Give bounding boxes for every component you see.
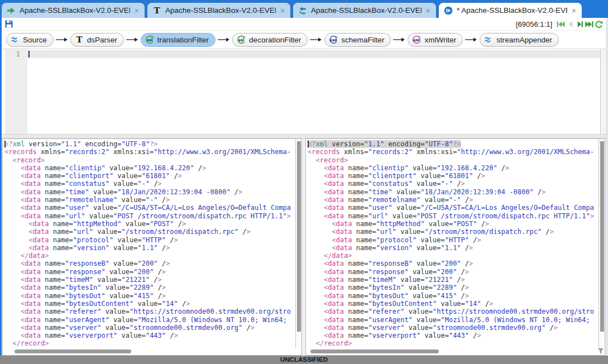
pipeline-element-dsParser[interactable]: TdsParser bbox=[70, 33, 124, 47]
output-horizontal-scrollbar[interactable] bbox=[306, 348, 598, 355]
line-number: 1 bbox=[5, 50, 20, 58]
scrollbar-thumb[interactable] bbox=[310, 349, 439, 353]
tab-close-button[interactable]: × bbox=[134, 6, 140, 15]
pipeline-element-schemaFilter[interactable]: xsdschemaFilter bbox=[324, 33, 391, 47]
main-frame: [69056:1:1] bbox=[0, 18, 608, 356]
xml-line: <data name="referer" value="https://stro… bbox=[308, 308, 598, 315]
tab-4[interactable]: * Apache-SSLBlackBox-V2.0-EVENTS× bbox=[438, 2, 582, 18]
xml-line: <data name="vserverport" value="443" /> bbox=[4, 332, 295, 339]
xml-line: <?xml version="1.1" encoding="UTF-8"?> bbox=[308, 140, 598, 148]
xml-line: <data name="protocol" value="HTTP" /> bbox=[4, 236, 295, 244]
svg-text:xsd: xsd bbox=[330, 38, 337, 42]
code-editor[interactable]: 1 bbox=[2, 49, 606, 134]
pipeline-icon bbox=[298, 6, 307, 15]
input-xml-panel[interactable]: <?xml version="1.1" encoding="UTF-8"?><r… bbox=[2, 138, 302, 356]
pipeline-link-arrow-icon bbox=[55, 37, 69, 42]
output-xml-code[interactable]: <?xml version="1.1" encoding="UTF-8"?><r… bbox=[308, 140, 598, 348]
save-icon bbox=[4, 20, 13, 28]
tab-close-button[interactable]: × bbox=[571, 6, 577, 15]
xml-line: <data name="bytesIn" value="2289" /> bbox=[4, 284, 295, 291]
svg-text:xsl: xsl bbox=[147, 38, 152, 42]
tab-close-button[interactable]: × bbox=[280, 6, 285, 15]
tab-close-button[interactable]: × bbox=[425, 6, 431, 15]
pipeline-link-arrow-icon bbox=[465, 37, 478, 42]
xml-line: <data name="protocol" value="HTTP" /> bbox=[308, 236, 598, 244]
xml-line: <data name="time" value="18/Jan/2020:12:… bbox=[4, 188, 295, 196]
xml-line: <records xmlns="records:2" xmlns:xsi="ht… bbox=[4, 148, 295, 156]
xml-line: <data name="bytesOut" value="415" /> bbox=[308, 292, 598, 300]
input-vertical-scrollbar[interactable] bbox=[295, 139, 301, 348]
editor-cursor bbox=[28, 51, 30, 58]
step-backward-button[interactable] bbox=[566, 20, 575, 28]
pipeline-link-arrow-icon bbox=[392, 37, 406, 42]
xml-line: <data name="constatus" value="-" /> bbox=[308, 180, 598, 188]
tab-3[interactable]: Apache-SSLBlackBox-V2.0-EVENTS× bbox=[293, 2, 437, 18]
scrollbar-thumb[interactable] bbox=[297, 141, 301, 332]
xml-line: <data name="url" value="POST /stroom/str… bbox=[4, 212, 295, 220]
pipeline-link-arrow-icon bbox=[309, 37, 323, 42]
xsl-icon: xsl bbox=[145, 35, 154, 44]
step-position-label: [69056:1:1] bbox=[516, 20, 552, 28]
xml-line: <data name="remotelname" value="-" /> bbox=[4, 196, 295, 204]
xml-line: <data name="user" value="/C=USA/ST=CA/L=… bbox=[308, 204, 598, 212]
pipeline-element-label: dsParser bbox=[87, 36, 117, 44]
svg-text:xml: xml bbox=[413, 38, 420, 42]
xml-line: <data name="bytesIn" value="2289" /> bbox=[308, 284, 598, 291]
scrollbar-thumb[interactable] bbox=[600, 141, 604, 332]
pipeline-element-streamAppender[interactable]: streamAppender bbox=[480, 33, 559, 47]
refresh-icon bbox=[595, 20, 603, 28]
pipeline-element-xmlWriter[interactable]: xmlxmlWriter bbox=[408, 33, 463, 47]
svg-text:T: T bbox=[154, 6, 160, 15]
step-last-button[interactable] bbox=[585, 20, 594, 28]
xml-line: <data name="time" value="18/Jan/2020:12:… bbox=[308, 188, 598, 196]
refresh-button[interactable] bbox=[595, 20, 604, 28]
pipeline-element-decorationFilter[interactable]: xsldecorationFilter bbox=[232, 33, 308, 47]
input-xml-code[interactable]: <?xml version="1.1" encoding="UTF-8"?><r… bbox=[4, 140, 295, 348]
output-vertical-scrollbar[interactable] bbox=[599, 139, 605, 348]
xsd-icon: xsd bbox=[329, 35, 338, 44]
xml-line: <data name="timeM" value="21221" /> bbox=[4, 276, 295, 284]
xml-line: <data name="clientip" value="192.168.4.2… bbox=[4, 164, 295, 172]
xml-line: <data name="httpMethod" value="POST" /> bbox=[308, 220, 598, 228]
xml-line: <data name="responseB" value="200" /> bbox=[4, 260, 295, 267]
text-converter-icon: T bbox=[152, 6, 161, 15]
xml-line: <data name="remotelname" value="-" /> bbox=[308, 196, 598, 204]
filter-button[interactable] bbox=[597, 348, 604, 355]
pipeline-element-label: decorationFilter bbox=[249, 36, 301, 44]
step-forward-icon bbox=[576, 20, 584, 28]
save-button[interactable] bbox=[4, 20, 13, 28]
io-panels: <?xml version="1.1" encoding="UTF-8"?><r… bbox=[2, 138, 606, 356]
xml-line: <?xml version="1.1" encoding="UTF-8"?> bbox=[4, 140, 295, 148]
xml-icon: xml bbox=[412, 35, 421, 44]
tab-label: Apache-SSLBlackBox-V2.0-EVENTS bbox=[165, 6, 276, 15]
pipeline-link-arrow-icon bbox=[217, 37, 231, 42]
pipeline-element-label: xmlWriter bbox=[424, 36, 456, 44]
step-forward-button[interactable] bbox=[576, 20, 585, 28]
xml-line: <data name="vserver" value="stroomnode00… bbox=[308, 324, 598, 332]
xml-line: <data name="responseB" value="200" /> bbox=[308, 260, 598, 267]
xsl-icon: xsl bbox=[237, 35, 246, 44]
editor-content[interactable] bbox=[27, 49, 606, 134]
step-backward-icon bbox=[566, 20, 575, 28]
svg-text:T: T bbox=[76, 35, 83, 44]
scrollbar-thumb[interactable] bbox=[15, 349, 131, 353]
stream-icon bbox=[484, 35, 493, 44]
pipeline-element-translationFilter[interactable]: xsltranslationFilter bbox=[141, 33, 216, 47]
xml-line: <data name="response" value="200" /> bbox=[4, 268, 295, 276]
xml-line: </record> bbox=[4, 339, 295, 347]
step-first-button[interactable] bbox=[557, 20, 566, 28]
pipeline-element-Source[interactable]: Source bbox=[6, 33, 54, 47]
xml-line: <data name="clientip" value="192.168.4.2… bbox=[308, 164, 598, 172]
horizontal-splitter[interactable] bbox=[2, 134, 606, 138]
tab-2[interactable]: TApache-SSLBlackBox-V2.0-EVENTS× bbox=[147, 2, 291, 18]
output-xml-panel[interactable]: <?xml version="1.1" encoding="UTF-8"?><r… bbox=[305, 138, 605, 356]
xml-line: <data name="httpMethod" value="POST" /> bbox=[4, 220, 295, 228]
pipeline-element-label: streamAppender bbox=[496, 36, 552, 44]
xml-line: <data name="clientport" value="61801" /> bbox=[4, 172, 295, 180]
funnel-icon bbox=[597, 348, 604, 355]
tab-1[interactable]: Apache-SSLBlackBox-V2.0-EVENTS× bbox=[1, 2, 145, 18]
stream-icon bbox=[11, 35, 20, 44]
input-horizontal-scrollbar[interactable] bbox=[3, 348, 295, 355]
editor-scrollbar[interactable] bbox=[600, 49, 606, 134]
tab-label: Apache-SSLBlackBox-V2.0-EVENTS bbox=[20, 6, 130, 15]
